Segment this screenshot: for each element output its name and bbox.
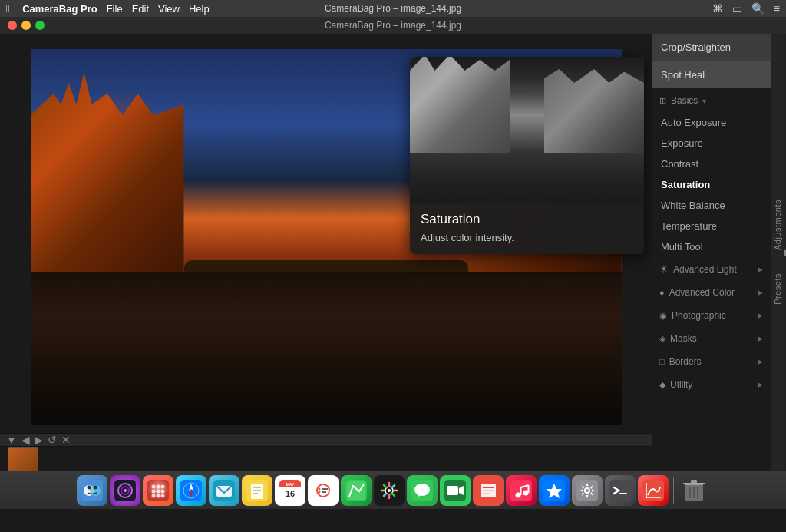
presets-tab[interactable]: Presets — [771, 262, 784, 316]
apple-menu[interactable]:  — [6, 2, 10, 15]
svg-point-16 — [152, 494, 156, 497]
dock-photos[interactable] — [374, 475, 405, 506]
filmstrip-thumb-1[interactable] — [8, 447, 38, 471]
menu-view[interactable]: View — [158, 3, 180, 15]
dock: MAY16 — [0, 471, 786, 509]
dock-maps[interactable] — [341, 475, 372, 506]
titlebar: CameraBag Pro – image_144.jpg — [0, 17, 786, 34]
advanced-color-arrow: ▶ — [758, 289, 763, 296]
basics-section-header[interactable]: ⊞ Basics ▾ — [652, 89, 771, 112]
dock-reminders[interactable] — [308, 475, 339, 506]
next-button[interactable]: ▶ — [35, 434, 43, 446]
dock-news[interactable] — [473, 475, 504, 506]
dock-grapher[interactable] — [638, 475, 669, 506]
advanced-color-section[interactable]: ● Advanced Color ▶ — [652, 281, 771, 304]
basics-icon: ⊞ — [659, 96, 666, 106]
menubar:  CameraBag Pro File Edit View Help Came… — [0, 0, 786, 17]
basics-contrast[interactable]: Contrast — [652, 154, 771, 174]
window-controls — [8, 21, 45, 30]
masks-section[interactable]: ◈ Masks ▶ — [652, 327, 771, 350]
advanced-color-label: Advanced Color — [669, 287, 735, 298]
borders-arrow: ▶ — [758, 358, 763, 365]
svg-point-3 — [88, 485, 91, 489]
spot-heal-button[interactable]: Spot Heal — [652, 61, 771, 88]
dock-messages[interactable] — [407, 475, 438, 506]
basics-saturation[interactable]: Saturation — [652, 174, 771, 195]
borders-section[interactable]: □ Borders ▶ — [652, 350, 771, 373]
water — [31, 272, 622, 425]
dock-settings[interactable] — [572, 475, 603, 506]
svg-point-4 — [94, 485, 97, 489]
svg-point-18 — [161, 494, 165, 497]
reset-button[interactable]: ↺ — [48, 434, 57, 446]
menu-file[interactable]: File — [107, 3, 123, 15]
dock-calendar[interactable]: MAY16 — [275, 475, 305, 506]
basics-exposure[interactable]: Exposure — [652, 133, 771, 154]
basics-multi-tool[interactable]: Multi Tool — [652, 236, 771, 257]
dock-appstore[interactable] — [539, 475, 570, 506]
photographic-arrow: ▶ — [758, 312, 763, 319]
svg-point-14 — [157, 489, 160, 493]
svg-point-13 — [152, 489, 156, 493]
dock-notes[interactable] — [242, 475, 272, 506]
svg-rect-83 — [683, 483, 705, 484]
menu-help[interactable]: Help — [189, 3, 210, 15]
masks-icon: ◈ — [659, 334, 665, 344]
dock-divider — [673, 477, 674, 504]
tooltip-content: Saturation Adjust color intensity. — [410, 203, 644, 254]
advanced-light-arrow: ▶ — [758, 266, 763, 273]
minimize-button[interactable] — [21, 21, 31, 30]
basics-label: Basics — [671, 95, 698, 106]
menu-edit[interactable]: Edit — [132, 3, 149, 15]
tooltip-title: Saturation — [421, 212, 633, 227]
filmstrip-toggle[interactable]: ▼ — [6, 434, 17, 446]
svg-point-38 — [319, 491, 321, 493]
dock-launchpad[interactable] — [143, 475, 173, 506]
advanced-light-icon: ☀ — [659, 263, 669, 275]
svg-point-12 — [161, 484, 165, 488]
dock-scripteditor[interactable] — [605, 475, 636, 506]
svg-rect-26 — [251, 484, 263, 499]
svg-rect-35 — [312, 480, 334, 501]
maximize-button[interactable] — [35, 21, 45, 30]
close-button-bottom[interactable]: ✕ — [61, 434, 71, 446]
tooltip-preview-image — [410, 57, 644, 203]
saturation-tooltip: Saturation Adjust color intensity. — [410, 57, 644, 254]
svg-point-10 — [152, 484, 156, 488]
bw-building-left — [410, 57, 510, 157]
photographic-section[interactable]: ◉ Photographic ▶ — [652, 304, 771, 327]
svg-text:MAY: MAY — [286, 482, 295, 487]
right-panel-container: Crop/Straighten Spot Heal ⊞ Basics ▾ Aut… — [652, 34, 786, 471]
dock-trash[interactable] — [679, 475, 709, 506]
menubar-icon-2: ▭ — [732, 2, 742, 15]
tooltip-description: Adjust color intensity. — [421, 232, 633, 243]
dock-music[interactable] — [506, 475, 537, 506]
dock-siri[interactable] — [110, 475, 140, 506]
menubar-icon-3: ≡ — [774, 2, 780, 15]
dock-facetime[interactable] — [440, 475, 471, 506]
adjustments-tab[interactable]: Adjustments — [771, 188, 784, 262]
titlebar-text: CameraBag Pro – image_144.jpg — [325, 20, 461, 31]
basics-chevron: ▾ — [702, 97, 706, 105]
basics-auto-exposure[interactable]: Auto Exposure — [652, 112, 771, 133]
bw-water — [410, 153, 644, 203]
svg-point-45 — [388, 489, 391, 492]
dock-mail[interactable] — [209, 475, 239, 506]
close-button[interactable] — [8, 21, 17, 30]
advanced-light-section[interactable]: ☀ Advanced Light ▶ — [652, 257, 771, 281]
prev-button[interactable]: ◀ — [21, 434, 30, 446]
basics-white-balance[interactable]: White Balance — [652, 195, 771, 216]
basics-temperature[interactable]: Temperature — [652, 216, 771, 236]
utility-section[interactable]: ◆ Utility ▶ — [652, 373, 771, 396]
borders-icon: □ — [659, 357, 665, 366]
bw-building-right — [544, 64, 644, 157]
dock-safari[interactable] — [176, 475, 206, 506]
filmstrip — [0, 446, 652, 471]
crop-straighten-button[interactable]: Crop/Straighten — [652, 34, 771, 61]
bottom-controls: ▼ ◀ ▶ ↺ ✕ — [0, 433, 652, 446]
svg-rect-58 — [447, 486, 458, 495]
app-name[interactable]: CameraBag Pro — [22, 3, 97, 15]
search-icon[interactable]: 🔍 — [751, 2, 765, 15]
dock-finder[interactable] — [77, 475, 107, 506]
svg-point-8 — [124, 489, 127, 492]
